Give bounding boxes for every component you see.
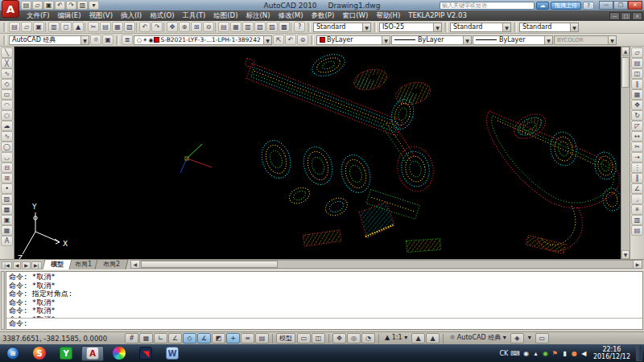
menu-item[interactable]: 工具(T) [178, 10, 209, 21]
menu-item[interactable]: 参数(P) [307, 10, 338, 21]
workspace-combo[interactable]: AutoCAD 经典▼ [9, 35, 89, 45]
menu-item[interactable]: 修改(M) [274, 10, 307, 21]
array-icon[interactable]: ▦ [631, 89, 643, 100]
region-icon[interactable]: ▣ [1, 215, 13, 225]
toolbar-lock-icon[interactable]: ◈ [510, 333, 524, 343]
construction-line-icon[interactable]: ╳ [1, 58, 13, 68]
undo-icon[interactable]: ↶ [55, 1, 65, 10]
toolbar-grip[interactable] [374, 23, 377, 32]
tab-model[interactable]: 模型 [42, 259, 72, 269]
separator[interactable] [163, 23, 166, 32]
help-icon[interactable]: ? [294, 22, 305, 32]
coordinates-readout[interactable]: 3387.6651, -382.1585, 0.0000 [2, 335, 123, 343]
chevron-down-icon[interactable]: ▼ [463, 36, 471, 44]
annotation-auto-scale-icon[interactable]: ▲ [426, 333, 440, 343]
quickview-drawings-icon[interactable]: ◫ [312, 333, 325, 343]
ellipse-arc-icon[interactable]: ◡ [1, 152, 13, 162]
zoom-window-icon[interactable]: ⊞ [191, 22, 202, 32]
help-tray-icon[interactable]: ◉ [522, 350, 530, 357]
chevron-down-icon[interactable]: ▼ [382, 36, 390, 44]
pan-icon[interactable]: ✥ [332, 333, 346, 343]
chevron-down-icon[interactable]: ▼ [544, 36, 552, 44]
new-icon[interactable]: ▤ [9, 22, 20, 32]
revision-cloud-icon[interactable]: ☁ [1, 121, 13, 131]
scroll-right-icon[interactable]: ▶ [633, 261, 642, 268]
layer-combo[interactable]: ○☀◉ S-B2021-LYF-3-...1-LPH-1-389242 ▼ [134, 35, 272, 45]
polygon-icon[interactable]: ◇ [1, 79, 13, 89]
mtext-icon[interactable]: A [1, 236, 13, 246]
workspace-save-icon[interactable]: ▣ [102, 35, 114, 45]
menu-item[interactable]: 标注(N) [242, 10, 274, 21]
workspace-switcher[interactable]: ☼ AutoCAD 经典 ▾ [447, 333, 509, 343]
close-button[interactable]: × [628, 1, 642, 10]
copy-icon[interactable]: ▤ [631, 58, 643, 68]
toolbar-grip[interactable] [311, 35, 314, 45]
new-icon[interactable]: ▤ [21, 1, 31, 10]
stretch-icon[interactable]: ↔ [631, 131, 643, 142]
scrollbar-thumb[interactable] [141, 261, 278, 268]
ducs-toggle[interactable]: ◩ [212, 333, 225, 343]
toolbar-grip[interactable] [514, 23, 517, 32]
publish-icon[interactable]: ▲ [72, 22, 84, 32]
workspace-settings-icon[interactable]: ☼ [90, 35, 101, 45]
paste-icon[interactable]: ▦ [112, 22, 123, 32]
toolbar-grip[interactable] [3, 23, 6, 32]
autocad-taskbar-item[interactable]: A [81, 346, 104, 361]
app-green[interactable]: Y [55, 346, 77, 361]
safety-icon[interactable]: ◉ [542, 350, 549, 357]
scroll-up-icon[interactable]: ▲ [621, 47, 630, 56]
scroll-left-icon[interactable]: ◀ [131, 261, 140, 268]
qat-dropdown-icon[interactable]: ▾ [89, 1, 99, 10]
chevron-down-icon[interactable]: ▼ [570, 23, 578, 31]
lineweight-combo[interactable]: ByLayer▼ [473, 35, 553, 45]
make-layer-current-icon[interactable]: ⇱ [273, 35, 284, 45]
move-icon[interactable]: ✥ [631, 100, 643, 110]
ime-indicator[interactable]: CK [500, 350, 509, 357]
arc-icon[interactable]: ◠ [1, 100, 13, 110]
doc-restore-button[interactable]: □ [621, 12, 631, 20]
action-center-icon[interactable]: ⚑ [551, 350, 559, 357]
scale-icon[interactable]: ◸ [631, 121, 643, 131]
zoom-icon[interactable]: ◎ [347, 333, 361, 343]
toolbar-grip[interactable] [444, 23, 448, 32]
quickview-layouts-icon[interactable]: ▭ [297, 333, 311, 343]
designcenter-icon[interactable]: ▦ [230, 22, 242, 32]
tab-nav-button[interactable]: |◀ [2, 261, 12, 269]
layer-states-icon[interactable]: ⊜ [297, 35, 308, 45]
redo-icon[interactable]: ↷ [151, 22, 163, 32]
layer-previous-icon[interactable]: ↶ [285, 35, 296, 45]
scrollbar-thumb[interactable] [621, 57, 630, 88]
open-icon[interactable]: ▱ [32, 1, 43, 10]
separator[interactable] [45, 23, 47, 32]
rectangle-icon[interactable]: ▭ [1, 89, 13, 100]
menu-item[interactable]: 编辑(E) [54, 10, 85, 21]
pan-icon[interactable]: ✥ [167, 22, 178, 32]
chevron-down-icon[interactable]: ▼ [502, 23, 510, 31]
rotate-icon[interactable]: ↻ [631, 110, 643, 121]
volume-icon[interactable]: ◀ [580, 350, 588, 357]
menu-item[interactable]: TEKLA2PIP V2.03 [404, 10, 471, 21]
tool-palettes-icon[interactable]: ▥ [242, 22, 254, 32]
annotation-scale-button[interactable]: ▲ 1:1 ▾ [382, 333, 410, 343]
spline-icon[interactable]: ∿ [1, 131, 13, 142]
ellipse-icon[interactable]: ◯ [1, 142, 13, 152]
command-history[interactable]: 命令: *取消*命令: *取消*命令: 指定对角点:命令: *取消*命令: *取… [6, 272, 642, 318]
plot-preview-icon[interactable]: ◻ [60, 22, 72, 32]
doc-minimize-button[interactable]: — [609, 12, 620, 20]
undo-icon[interactable]: ↶ [139, 22, 151, 32]
polyline-icon[interactable]: ∿ [1, 68, 13, 79]
plot-icon[interactable]: ▥ [77, 1, 88, 10]
annotation-visibility-icon[interactable]: ▲ [411, 333, 425, 343]
update-icon[interactable]: ● [571, 350, 578, 357]
app-pinwheel[interactable] [108, 346, 130, 361]
keyboard-icon[interactable]: ⌨ [510, 350, 520, 357]
toolbar-grip[interactable] [116, 35, 119, 45]
redo-icon[interactable]: ↷ [66, 1, 76, 10]
markup-icon[interactable]: ▨ [266, 22, 278, 32]
app-pptv[interactable]: ◥ [134, 346, 157, 361]
insert-block-icon[interactable]: ⊟ [1, 162, 13, 173]
chevron-down-icon[interactable]: ▼ [263, 36, 271, 44]
linetype-combo[interactable]: ByLayer▼ [391, 35, 472, 45]
restore-button[interactable]: □ [613, 1, 628, 10]
doc-close-button[interactable]: × [632, 12, 642, 20]
